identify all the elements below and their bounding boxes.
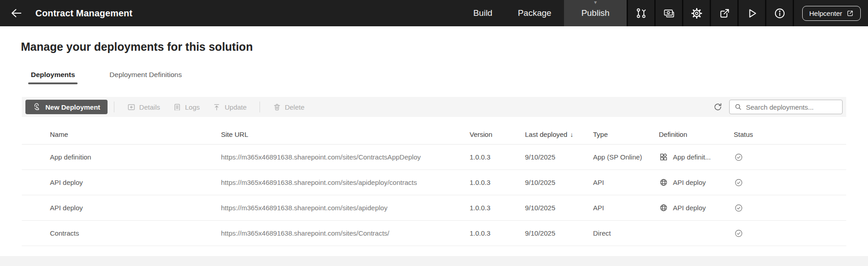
status-success-icon (734, 178, 841, 187)
apps-icon (659, 152, 668, 162)
sort-descending-icon: ↓ (570, 131, 573, 138)
refresh-button[interactable] (713, 102, 723, 112)
column-header-definition[interactable]: Definition (659, 131, 734, 138)
toolbar-divider (114, 102, 114, 112)
cell-site-url: https://m365x46891638.sharepoint.com/sit… (221, 229, 470, 237)
new-deployment-button[interactable]: New Deployment (25, 100, 108, 114)
run-play-icon (746, 7, 758, 19)
column-header-type[interactable]: Type (593, 131, 659, 138)
search-box (729, 100, 843, 114)
column-header-name[interactable]: Name (22, 131, 221, 138)
share-icon (718, 7, 731, 19)
settings-button[interactable] (682, 0, 710, 26)
external-link-icon (846, 10, 854, 17)
table-header: Name Site URL Version Last deployed↓ Typ… (22, 124, 846, 145)
definition-label: App definit... (673, 153, 711, 161)
cell-status (734, 178, 846, 187)
cell-version: 1.0.0.3 (470, 153, 525, 161)
top-nav: Build Package ▾ Publish (461, 0, 627, 26)
status-success-icon (734, 229, 841, 238)
cell-last-deployed: 9/10/2025 (525, 204, 593, 212)
branch-pull-request-icon (635, 7, 647, 19)
helpcenter-cell: Helpcenter (793, 0, 868, 26)
billing-button[interactable] (654, 0, 682, 26)
nav-publish[interactable]: ▾ Publish (564, 0, 627, 26)
cell-site-url: https://m365x46891638.sharepoint.com/sit… (221, 153, 470, 161)
cell-type: App (SP Online) (593, 153, 659, 161)
trash-icon (273, 103, 281, 111)
column-header-last-deployed[interactable]: Last deployed↓ (525, 131, 593, 138)
delete-button[interactable]: Delete (266, 100, 311, 114)
helpcenter-button[interactable]: Helpcenter (802, 6, 861, 21)
table-body: App definition https://m365x46891638.sha… (0, 145, 868, 246)
status-success-icon (734, 203, 841, 213)
payment-icon (663, 7, 675, 19)
cell-version: 1.0.0.3 (470, 179, 525, 186)
update-button[interactable]: Update (206, 100, 253, 114)
page-title: Manage your deployments for this solutio… (21, 40, 868, 53)
tab-strip: Deployments Deployment Definitions (22, 67, 868, 84)
cell-name: Contracts (22, 229, 221, 237)
cell-last-deployed: 9/10/2025 (525, 179, 593, 186)
top-icon-bar: Helpcenter (627, 0, 868, 26)
cell-version: 1.0.0.3 (470, 204, 525, 212)
cell-name: API deploy (22, 179, 221, 186)
chevron-down-icon: ▾ (594, 0, 597, 5)
deployment-row[interactable]: API deploy https://m365x46891638.sharepo… (22, 170, 846, 195)
cell-name: App definition (22, 153, 221, 161)
cell-name: API deploy (22, 204, 221, 212)
deployment-row[interactable]: App definition https://m365x46891638.sha… (22, 145, 846, 170)
column-header-version[interactable]: Version (470, 131, 525, 138)
definition-label: API deploy (673, 204, 706, 212)
cell-type: API (593, 179, 659, 186)
cell-last-deployed: 9/10/2025 (525, 153, 593, 161)
logs-button[interactable]: Logs (167, 100, 206, 114)
toolbar-divider (260, 102, 260, 112)
cell-status (734, 229, 846, 238)
column-header-site-url[interactable]: Site URL (221, 131, 470, 138)
cell-site-url: https://m365x46891638.sharepoint.com/sit… (221, 204, 470, 212)
top-bar: Contract Management Build Package ▾ Publ… (0, 0, 868, 26)
tab-deployments[interactable]: Deployments (22, 67, 84, 84)
cell-status (734, 203, 846, 213)
back-arrow-icon (9, 6, 23, 20)
search-icon (734, 103, 742, 111)
definition-label: API deploy (673, 179, 706, 186)
cell-last-deployed: 9/10/2025 (525, 229, 593, 237)
deploy-tap-icon (33, 103, 41, 111)
cell-definition: API deploy (659, 178, 734, 187)
share-button[interactable] (710, 0, 737, 26)
search-input[interactable] (746, 103, 838, 111)
nav-build[interactable]: Build (461, 0, 505, 26)
cell-definition: API deploy (659, 203, 734, 213)
globe-icon (659, 178, 668, 187)
cell-definition: App definit... (659, 152, 734, 162)
cell-status (734, 153, 846, 162)
details-panel-icon (127, 103, 136, 111)
deployment-row[interactable]: API deploy https://m365x46891638.sharepo… (22, 195, 846, 221)
column-header-status[interactable]: Status (734, 131, 846, 138)
bottom-strip (0, 256, 868, 266)
refresh-icon (713, 102, 723, 112)
logs-document-icon (173, 103, 181, 111)
deployment-row[interactable]: Contracts https://m365x46891638.sharepoi… (22, 221, 846, 246)
back-button[interactable] (5, 0, 26, 26)
cell-version: 1.0.0.3 (470, 229, 525, 237)
deployments-toolbar: New Deployment Details Logs Update (22, 97, 846, 117)
status-success-icon (734, 153, 841, 162)
globe-icon (659, 203, 668, 213)
cell-site-url: https://m365x46891638.sharepoint.com/sit… (221, 179, 470, 186)
settings-gear-icon (691, 7, 703, 19)
app-title: Contract Management (35, 0, 132, 26)
nav-package[interactable]: Package (505, 0, 564, 26)
info-button[interactable] (765, 0, 793, 26)
cell-type: API (593, 204, 659, 212)
update-upload-icon (212, 103, 221, 111)
source-control-button[interactable] (627, 0, 654, 26)
run-button[interactable] (737, 0, 765, 26)
cell-type: Direct (593, 229, 659, 237)
info-icon (774, 7, 786, 19)
tab-deployment-definitions[interactable]: Deployment Definitions (100, 67, 191, 84)
details-button[interactable]: Details (121, 100, 167, 114)
